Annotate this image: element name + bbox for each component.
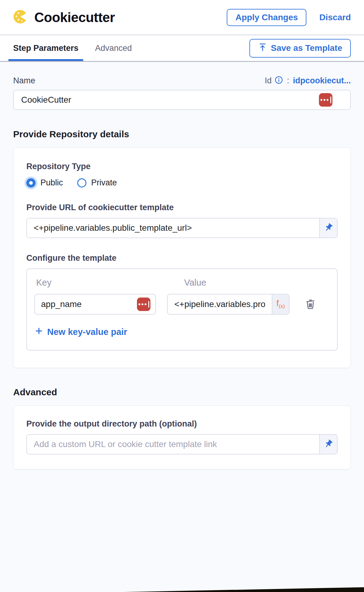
apply-changes-button[interactable]: Apply Changes (227, 9, 306, 26)
repository-card: Repository Type Public Private Provide U… (13, 147, 351, 368)
runtime-pin-button[interactable] (319, 435, 337, 454)
add-key-value-pair-label: New key-value pair (47, 327, 127, 337)
key-input-wrapper (34, 294, 156, 315)
radio-private[interactable]: Private (77, 178, 117, 188)
cookiecutter-logo-icon (13, 9, 28, 25)
repository-type-radios: Public Private (26, 178, 338, 188)
runtime-pin-button[interactable] (319, 218, 337, 237)
template-url-input[interactable] (27, 218, 319, 237)
save-as-template-button[interactable]: Save as Template (249, 39, 351, 58)
fx-icon: f(x) (276, 299, 285, 309)
tab-advanced[interactable]: Advanced (90, 35, 137, 61)
template-url-input-group (26, 218, 338, 238)
expression-fx-button[interactable]: f(x) (272, 294, 289, 314)
cookiecutter-step-panel: Cookiecutter Apply Changes Discard Step … (0, 0, 364, 592)
header: Cookiecutter Apply Changes Discard (0, 0, 364, 35)
tabs-bar: Step Parameters Advanced Save as Templat… (0, 35, 364, 62)
advanced-section-title: Advanced (13, 387, 351, 397)
name-input[interactable] (21, 95, 319, 105)
template-url-label: Provide URL of cookiecutter template (26, 203, 338, 212)
advanced-card: Provide the output directory path (optio… (13, 405, 351, 469)
key-value-row: f(x) (34, 294, 330, 315)
trash-icon (304, 298, 317, 311)
id-separator: : (287, 76, 289, 85)
name-label: Name (13, 76, 35, 85)
save-as-template-label: Save as Template (271, 43, 342, 53)
key-value-headers: Key Value (34, 278, 330, 288)
step-parameters-form: Name Id : idpcookiecut... Provide Reposi… (0, 62, 364, 469)
pin-icon (324, 223, 333, 233)
info-icon[interactable] (275, 76, 283, 85)
radio-selected-icon (26, 178, 36, 188)
value-type-button[interactable] (137, 298, 150, 311)
radio-public[interactable]: Public (26, 178, 63, 188)
add-key-value-pair-button[interactable]: New key-value pair (34, 326, 127, 338)
configure-template-label: Configure the template (26, 253, 338, 263)
value-column-header: Value (184, 278, 206, 288)
value-type-button[interactable] (319, 93, 332, 107)
upload-icon (258, 43, 267, 54)
output-directory-input[interactable] (27, 435, 319, 454)
header-actions: Apply Changes Discard (227, 9, 351, 26)
delete-row-button[interactable] (304, 298, 317, 311)
discard-button[interactable]: Discard (319, 13, 351, 22)
value-input[interactable] (168, 294, 272, 314)
id-value-link[interactable]: idpcookiecut... (293, 76, 351, 85)
output-directory-input-group (26, 434, 338, 454)
key-input[interactable] (41, 299, 137, 309)
page-title: Cookiecutter (34, 10, 115, 25)
name-id-row: Name Id : idpcookiecut... (13, 76, 351, 85)
plus-icon (34, 326, 44, 338)
id-wrap: Id : idpcookiecut... (265, 76, 351, 85)
screen-edge-artifact (0, 586, 364, 592)
id-label: Id (265, 76, 272, 85)
repository-type-label: Repository Type (26, 162, 338, 171)
output-directory-label: Provide the output directory path (optio… (26, 419, 338, 429)
brand: Cookiecutter (13, 9, 115, 25)
radio-public-label: Public (40, 178, 63, 188)
key-column-header: Key (34, 278, 156, 288)
radio-private-label: Private (91, 178, 117, 188)
value-input-group: f(x) (167, 294, 290, 315)
tabs: Step Parameters Advanced (8, 35, 143, 61)
key-value-card: Key Value f(x) (26, 268, 338, 351)
radio-unselected-icon (77, 178, 86, 188)
repository-section-title: Provide Repository details (13, 129, 351, 139)
name-input-wrapper (13, 90, 351, 110)
tab-step-parameters[interactable]: Step Parameters (8, 35, 83, 61)
pin-icon (324, 439, 333, 450)
